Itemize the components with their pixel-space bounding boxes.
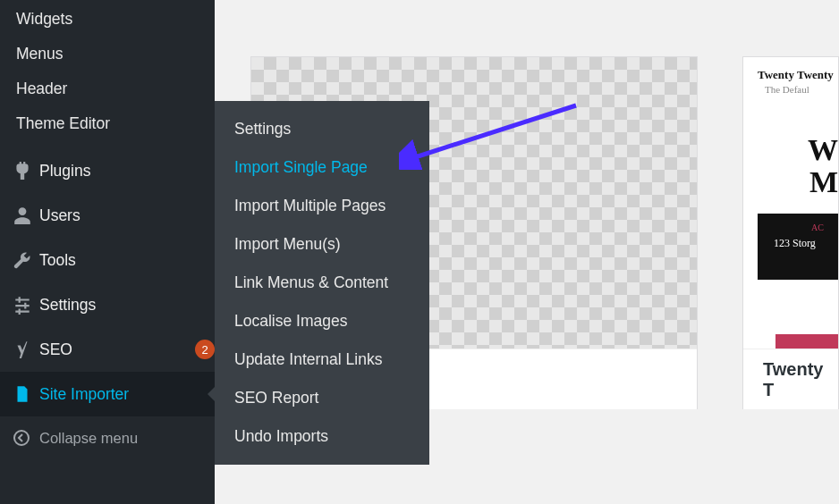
collapse-menu-button[interactable]: Collapse menu <box>0 416 215 459</box>
flyout-item-undo-imports[interactable]: Undo Imports <box>215 417 429 456</box>
yoast-icon <box>13 340 39 359</box>
admin-sidebar: Widgets Menus Header Theme Editor Plugin… <box>0 0 215 504</box>
user-icon <box>13 206 39 225</box>
preview-dark-block: AC 123 Storg <box>758 214 838 280</box>
preview-accent-bar <box>775 334 838 349</box>
sidebar-item-label: Settings <box>39 296 215 315</box>
wrench-icon <box>13 250 39 270</box>
flyout-item-link-menus-content[interactable]: Link Menus & Content <box>215 264 429 302</box>
flyout-item-import-menus[interactable]: Import Menu(s) <box>215 225 429 264</box>
svg-point-0 <box>14 431 29 445</box>
preview-big-letter: M <box>743 166 838 198</box>
sidebar-item-plugins[interactable]: Plugins <box>0 148 215 193</box>
flyout-item-settings[interactable]: Settings <box>215 110 429 148</box>
sidebar-item-label: SEO <box>39 340 190 359</box>
site-importer-submenu: Settings Import Single Page Import Multi… <box>215 101 429 465</box>
sidebar-item-label: Site Importer <box>39 385 215 404</box>
collapse-label: Collapse menu <box>39 430 138 447</box>
preview-tagline: The Defaul <box>765 84 809 95</box>
flyout-item-import-single-page[interactable]: Import Single Page <box>215 148 429 187</box>
flyout-item-seo-report[interactable]: SEO Report <box>215 379 429 417</box>
sidebar-item-site-importer[interactable]: Site Importer <box>0 372 215 416</box>
collapse-icon <box>13 429 39 447</box>
sidebar-item-theme-editor[interactable]: Theme Editor <box>0 106 215 141</box>
flyout-item-update-internal-links[interactable]: Update Internal Links <box>215 340 429 379</box>
sidebar-item-label: Tools <box>39 251 215 270</box>
appearance-submenu: Widgets Menus Header Theme Editor <box>0 0 215 148</box>
theme-card-twenty-twenty[interactable]: Twenty Twenty The Defaul W M AC 123 Stor… <box>742 56 839 409</box>
theme-title: Twenty T <box>743 349 838 409</box>
sidebar-item-label: Plugins <box>39 162 215 181</box>
flyout-item-localise-images[interactable]: Localise Images <box>215 302 429 340</box>
sidebar-item-tools[interactable]: Tools <box>0 238 215 282</box>
preview-big-letter: W <box>743 134 838 166</box>
theme-preview: Twenty Twenty The Defaul W M AC 123 Stor… <box>743 57 838 349</box>
preview-dark-red: AC <box>811 223 824 232</box>
plug-icon <box>13 161 39 181</box>
sidebar-item-seo[interactable]: SEO 2 <box>0 327 215 372</box>
preview-brand: Twenty Twenty <box>758 68 834 81</box>
flyout-item-import-multiple-pages[interactable]: Import Multiple Pages <box>215 187 429 225</box>
sidebar-item-menus[interactable]: Menus <box>0 37 215 71</box>
sidebar-item-users[interactable]: Users <box>0 193 215 238</box>
sidebar-item-header[interactable]: Header <box>0 71 215 106</box>
sidebar-item-label: Users <box>39 206 215 225</box>
sliders-icon <box>13 295 39 315</box>
sidebar-item-settings[interactable]: Settings <box>0 282 215 327</box>
document-icon <box>13 384 39 404</box>
sidebar-item-widgets[interactable]: Widgets <box>0 2 215 37</box>
seo-badge: 2 <box>195 340 215 359</box>
preview-dark-text: 123 Storg <box>774 237 816 249</box>
